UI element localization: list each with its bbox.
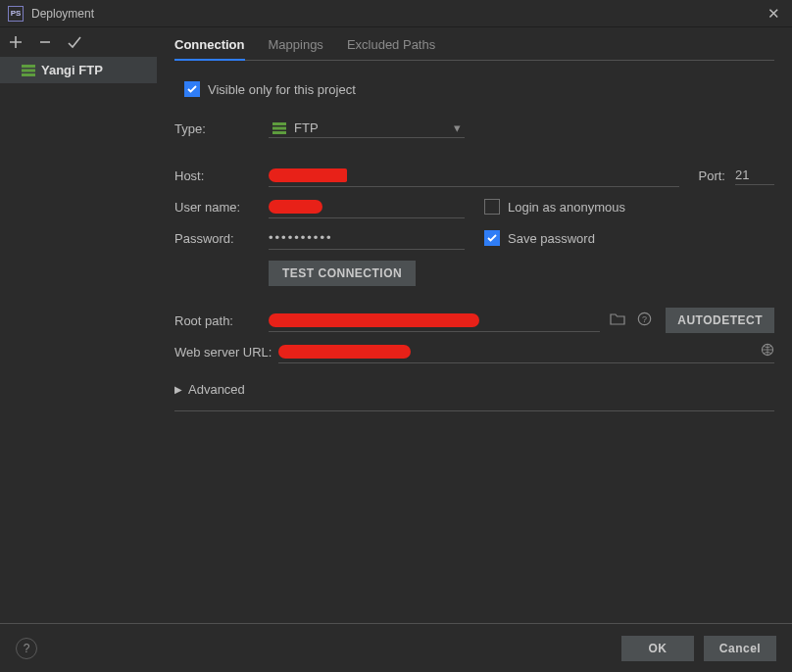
- connection-form: Visible only for this project Type: FTP …: [174, 61, 774, 411]
- root-path-input[interactable]: [269, 309, 600, 332]
- autodetect-button[interactable]: Autodetect: [666, 308, 774, 333]
- web-url-label: Web server URL:: [174, 345, 278, 360]
- svg-rect-1: [22, 69, 35, 72]
- redacted-web-url: [278, 345, 411, 359]
- sidebar: Yangi FTP: [0, 27, 157, 623]
- tabs: Connection Mappings Excluded Paths: [174, 27, 774, 61]
- save-password-checkbox[interactable]: [484, 230, 500, 246]
- username-label: User name:: [174, 200, 269, 215]
- svg-rect-2: [22, 73, 35, 76]
- advanced-label: Advanced: [188, 382, 245, 397]
- help-icon[interactable]: ?: [637, 312, 652, 329]
- window-title: Deployment: [31, 7, 94, 21]
- password-label: Password:: [174, 231, 269, 246]
- chevron-down-icon: ▾: [454, 120, 461, 135]
- login-anonymous-label: Login as anonymous: [508, 200, 625, 215]
- main-panel: Connection Mappings Excluded Paths Visib…: [157, 27, 792, 623]
- svg-text:?: ?: [642, 314, 647, 324]
- cancel-button[interactable]: Cancel: [704, 636, 776, 661]
- sidebar-toolbar: [0, 27, 157, 57]
- visible-only-label: Visible only for this project: [208, 82, 356, 97]
- host-input[interactable]: [269, 164, 679, 187]
- redacted-root-path: [269, 313, 479, 327]
- ftp-type-icon: [272, 122, 286, 134]
- svg-rect-0: [22, 65, 35, 68]
- type-combo[interactable]: FTP ▾: [269, 119, 465, 138]
- port-input[interactable]: 21: [735, 166, 774, 185]
- tab-connection[interactable]: Connection: [174, 37, 245, 60]
- add-server-button[interactable]: [6, 32, 25, 52]
- type-value: FTP: [294, 120, 319, 135]
- browse-folder-icon[interactable]: [610, 312, 625, 328]
- help-button[interactable]: ?: [16, 638, 37, 659]
- type-label: Type:: [174, 121, 269, 136]
- save-password-label: Save password: [508, 231, 595, 246]
- redacted-host: [269, 168, 347, 182]
- host-label: Host:: [174, 168, 269, 183]
- set-default-button[interactable]: [65, 32, 84, 52]
- svg-rect-3: [272, 122, 286, 125]
- ok-button[interactable]: OK: [621, 636, 694, 661]
- redacted-username: [269, 200, 322, 214]
- port-label: Port:: [699, 168, 725, 183]
- visible-only-checkbox[interactable]: [184, 81, 200, 97]
- dialog-footer: ? OK Cancel: [0, 623, 792, 672]
- server-name: Yangi FTP: [41, 63, 103, 77]
- expand-triangle-icon: ▶: [174, 384, 182, 395]
- remove-server-button[interactable]: [35, 32, 55, 52]
- ftp-server-icon: [22, 65, 35, 76]
- login-anonymous-checkbox[interactable]: [484, 199, 500, 215]
- advanced-toggle[interactable]: ▶ Advanced: [174, 368, 774, 411]
- root-path-label: Root path:: [174, 313, 269, 328]
- titlebar: PS Deployment ✕: [0, 0, 792, 27]
- sidebar-server-item[interactable]: Yangi FTP: [0, 57, 157, 83]
- tab-excluded-paths[interactable]: Excluded Paths: [347, 37, 435, 60]
- svg-rect-4: [272, 126, 286, 129]
- web-url-input[interactable]: [278, 340, 774, 363]
- username-input[interactable]: [269, 195, 465, 218]
- password-input[interactable]: ••••••••••: [269, 226, 465, 250]
- app-logo-icon: PS: [8, 6, 24, 22]
- test-connection-button[interactable]: Test Connection: [269, 261, 416, 286]
- deployment-dialog: PS Deployment ✕: [0, 0, 792, 672]
- close-icon[interactable]: ✕: [764, 1, 784, 26]
- globe-icon[interactable]: [761, 343, 774, 360]
- svg-rect-5: [272, 131, 286, 134]
- tab-mappings[interactable]: Mappings: [269, 37, 323, 60]
